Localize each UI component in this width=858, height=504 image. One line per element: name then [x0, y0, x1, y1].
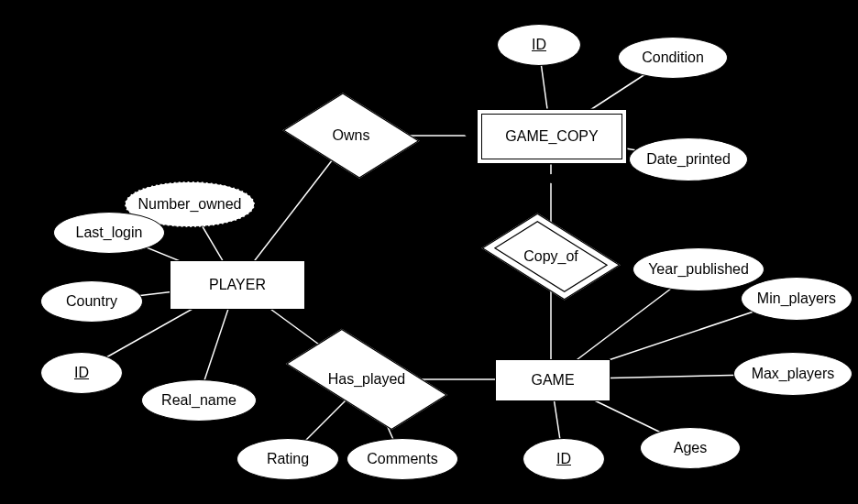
relationship-owns: Owns	[318, 110, 384, 161]
attr-player-id-label: ID	[74, 365, 89, 381]
entity-game-copy: GAME_COPY	[481, 114, 622, 159]
relationship-has-played-label: Has_played	[328, 371, 406, 388]
relationship-copy-of-label: Copy_of	[523, 248, 578, 265]
entity-game: GAME	[495, 359, 610, 401]
cardinality-dot	[465, 129, 479, 138]
cardinality-dot	[544, 174, 559, 183]
attr-rating: Rating	[236, 438, 339, 480]
attr-condition: Condition	[618, 37, 728, 79]
relationship-owns-label: Owns	[333, 127, 370, 144]
attr-game-id-label: ID	[556, 451, 571, 467]
attr-last-login: Last_login	[53, 212, 165, 254]
relationship-has-played: Has_played	[321, 356, 412, 403]
entity-player: PLAYER	[170, 260, 305, 310]
cardinality-dot	[229, 321, 244, 330]
attr-gamecopy-id: ID	[497, 24, 581, 66]
attr-game-id: ID	[522, 438, 605, 480]
attr-year-published: Year_published	[632, 247, 764, 291]
attr-ages: Ages	[640, 427, 741, 469]
attr-real-name: Real_name	[141, 379, 257, 422]
relationship-copy-of: Copy_of	[515, 233, 587, 280]
attr-gamecopy-id-label: ID	[532, 37, 546, 53]
attr-country: Country	[40, 280, 143, 323]
cardinality-dot	[236, 243, 250, 252]
attr-max-players: Max_players	[733, 352, 852, 396]
attr-comments: Comments	[346, 438, 458, 480]
attr-player-id: ID	[40, 352, 123, 394]
attr-date-printed: Date_printed	[629, 137, 748, 181]
attr-min-players: Min_players	[741, 277, 852, 321]
